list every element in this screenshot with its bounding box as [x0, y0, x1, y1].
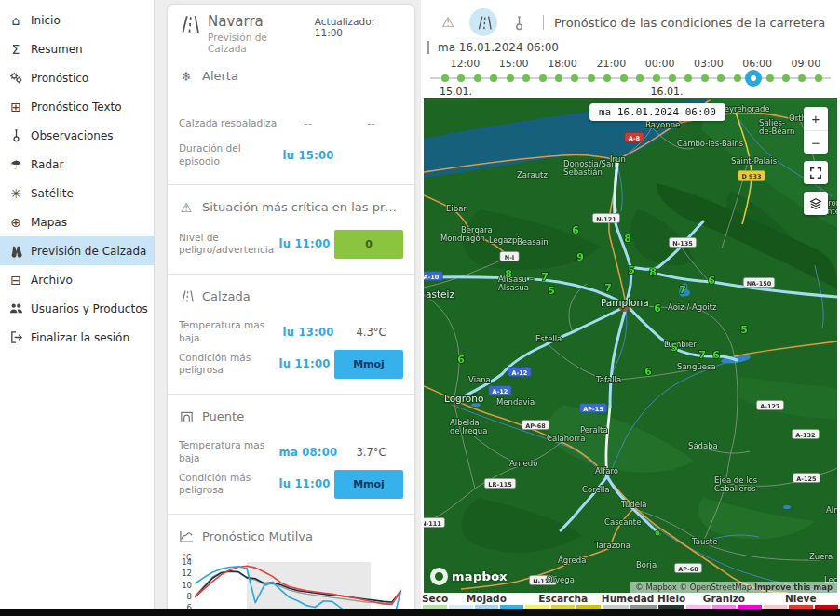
sidebar-item-satelite[interactable]: ✳Satélite — [0, 179, 154, 208]
sidebar-item-label: Previsión de Calzada — [31, 245, 146, 258]
sidebar-item-pronostico[interactable]: Pronóstico — [0, 63, 154, 92]
zoom-out-button[interactable]: − — [804, 130, 828, 154]
sidebar-item-inicio[interactable]: ⌂Inicio — [0, 6, 154, 34]
sidebar-item-archivo[interactable]: ⊟Archivo — [0, 265, 154, 294]
timeline[interactable]: 12:0015:0018:0021:0000:0003:0006:0009:00… — [421, 58, 840, 98]
timeline-dot[interactable] — [522, 74, 530, 82]
basemap[interactable]: A-8D 933N-121N-135NA-150N-IA-10A-12A-12A… — [424, 98, 837, 593]
timeline-dot[interactable] — [474, 74, 481, 82]
timeline-dot[interactable] — [669, 74, 676, 82]
svg-text:LR-115: LR-115 — [488, 481, 512, 489]
road-shield: AP-68 — [522, 421, 549, 430]
road-value-marker: 5 — [548, 285, 555, 297]
sidebar-item-finalizar-la-sesion[interactable]: Finalizar la sesión — [0, 323, 154, 352]
road-shield: D 933 — [738, 171, 765, 181]
sigma-icon: Σ — [7, 42, 24, 57]
toggle-road[interactable] — [469, 8, 497, 36]
road-value-marker: 7 — [604, 282, 612, 294]
sidebar-item-radar[interactable]: ☂Radar — [0, 150, 154, 179]
timeline-dot[interactable] — [571, 74, 578, 82]
sidebar-item-resumen[interactable]: ΣResumen — [0, 34, 154, 63]
row-time: lu 11:00 — [275, 237, 334, 250]
timeline-dot[interactable] — [636, 74, 644, 82]
road-value-marker: 6 — [712, 349, 720, 361]
toggle-temperature[interactable] — [505, 8, 533, 36]
svg-text:AP-68: AP-68 — [525, 422, 546, 430]
sidebar-item-label: Pronóstico — [31, 72, 88, 85]
timeline-dot[interactable] — [588, 74, 595, 82]
timeline-hour-label: 18:00 — [542, 58, 583, 70]
map-town-label: asteiz — [426, 288, 454, 300]
svg-text:10: 10 — [182, 580, 192, 589]
timeline-dot[interactable] — [620, 74, 628, 82]
legend-label: Granizo — [685, 593, 762, 605]
map-town-label: Peyrehorade — [720, 104, 770, 114]
timeline-dot[interactable] — [701, 74, 709, 82]
svg-text:A-125: A-125 — [796, 475, 817, 483]
timeline-dot[interactable] — [782, 74, 790, 82]
map-controls: + − — [804, 107, 828, 222]
timeline-dot[interactable] — [798, 74, 806, 82]
mapbox-logo[interactable]: mapbox — [430, 568, 508, 585]
map-attribution: © Mapbox © OpenStreetMap Improve this ma… — [630, 582, 837, 593]
road-shield: N-135 — [670, 238, 697, 248]
fullscreen-button[interactable] — [804, 161, 828, 184]
layers-button[interactable] — [804, 192, 828, 215]
road-shield: LR-115 — [484, 479, 515, 489]
timeline-dot[interactable] — [717, 74, 725, 82]
timeline-dot[interactable] — [766, 74, 774, 82]
timeline-dot[interactable] — [734, 74, 741, 82]
timeline-dot[interactable] — [603, 74, 611, 82]
zoom-in-button[interactable]: + — [804, 107, 828, 130]
timeline-dot[interactable] — [507, 74, 514, 82]
map[interactable]: A-8D 933N-121N-135NA-150N-IA-10A-12A-12A… — [424, 98, 837, 593]
map-forecast-route-light[interactable] — [615, 163, 617, 211]
section-label: Alerta — [202, 69, 238, 83]
timeline-dot[interactable] — [684, 74, 692, 82]
warning-icon: ⚠ — [179, 200, 194, 215]
grid-icon: ⊞ — [7, 100, 24, 114]
timeline-dot-selected[interactable] — [745, 70, 762, 87]
sidebar-item-mapas[interactable]: ⊕Mapas — [0, 208, 154, 236]
timeline-dot[interactable] — [555, 74, 562, 82]
data-row: Condición más peligrosalu 11:00Mmoj — [179, 348, 403, 381]
row-value: 3.7°C — [339, 446, 403, 459]
sidebar-item-label: Resumen — [31, 43, 83, 56]
section-title-critica: ⚠Situación más crítica en las próximas 2… — [179, 200, 403, 215]
thermometer-icon — [511, 15, 527, 31]
timeline-dot[interactable] — [815, 74, 822, 82]
road-value-marker: 5 — [628, 264, 635, 276]
row-label: Calzada resbaladiza — [179, 117, 278, 129]
forecast-header: ⚠ Pronóstico de las condiciones de la ca… — [421, 0, 840, 37]
section-label: Calzada — [202, 289, 251, 303]
map-town-label: Borja — [636, 560, 657, 569]
map-town-label: Ágreda — [558, 555, 586, 565]
improve-map-link[interactable]: Improve this map — [754, 583, 833, 592]
sidebar: ⌂InicioΣResumenPronóstico⊞Pronóstico Tex… — [0, 0, 155, 616]
timeline-dot[interactable] — [490, 74, 497, 82]
road-value-marker: 6 — [654, 302, 661, 315]
svg-text:A-12: A-12 — [512, 369, 528, 377]
timeline-dot[interactable] — [653, 74, 660, 82]
timeline-dot[interactable] — [441, 74, 449, 82]
road-value-marker: 8 — [624, 233, 631, 245]
timeline-dot[interactable] — [457, 74, 465, 82]
sidebar-item-observaciones[interactable]: Observaciones — [0, 121, 154, 150]
toggle-alerts[interactable]: ⚠ — [434, 8, 462, 36]
svg-text:N-135: N-135 — [672, 240, 693, 248]
map-town-label: Irun — [610, 154, 626, 164]
map-town-label: Estella — [535, 334, 562, 343]
binoculars-icon — [7, 244, 24, 259]
sidebar-item-pronostico-texto[interactable]: ⊞Pronóstico Texto — [0, 92, 154, 121]
sidebar-item-usuarios-y-productos[interactable]: Usuarios y Productos — [0, 294, 154, 323]
road-value-marker: 6 — [457, 354, 465, 366]
timeline-hour-label: 06:00 — [737, 58, 778, 70]
map-town-label: Caballeros — [714, 484, 756, 493]
svg-text:A-12: A-12 — [493, 388, 508, 395]
chart-icon — [179, 529, 194, 543]
sidebar-item-prevision-de-calzada[interactable]: Previsión de Calzada — [0, 236, 154, 265]
timeline-dot[interactable] — [539, 74, 547, 82]
timeline-hour-label: 21:00 — [590, 58, 631, 70]
panel-subtitle: Previsión de Calzada — [208, 32, 306, 54]
sidebar-item-label: Radar — [31, 158, 63, 171]
